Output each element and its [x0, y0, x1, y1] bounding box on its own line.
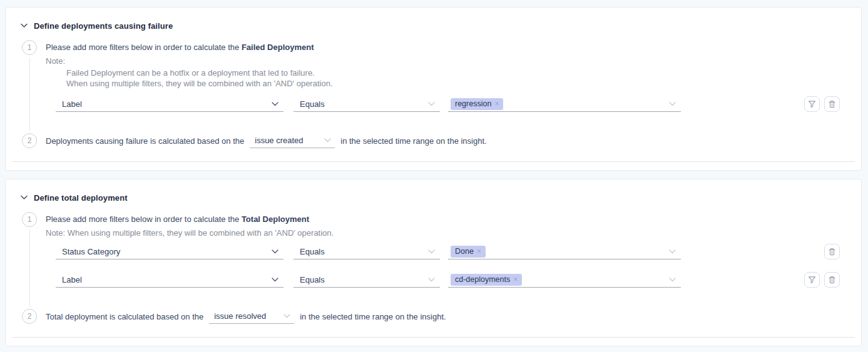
field-select[interactable]: Status Category	[56, 244, 283, 259]
field-select-value: Label	[62, 275, 272, 284]
value-tag-label: Done	[455, 246, 474, 258]
funnel-icon	[808, 276, 816, 284]
chevron-down-icon	[272, 249, 278, 254]
step-instruction: Please add more filters below in order t…	[46, 43, 861, 52]
value-tag: Done ×	[451, 246, 486, 258]
funnel-icon	[808, 100, 816, 108]
delete-filter-button[interactable]	[824, 244, 840, 259]
operator-select[interactable]: Equals	[294, 244, 440, 259]
remove-tag-icon[interactable]: ×	[513, 274, 518, 286]
instruction-metric-name: Total Deployment	[242, 214, 309, 224]
panel-title: Define total deployment	[34, 193, 128, 203]
remove-tag-icon[interactable]: ×	[477, 246, 481, 258]
define-total-deployment-panel: Define total deployment 1 Please add mor…	[5, 179, 862, 346]
instruction-text: Please add more filters below in order t…	[46, 214, 242, 224]
chevron-down-icon	[428, 278, 435, 282]
trash-icon	[828, 276, 836, 284]
chevron-down-icon	[669, 278, 676, 282]
calc-basis-text-before: Deployments causing failure is calculate…	[46, 136, 244, 146]
values-select[interactable]: cd-deployments ×	[448, 272, 681, 288]
define-deployments-causing-failure-panel: Define deployments causing failure 1 Ple…	[5, 7, 862, 171]
step-number-badge: 1	[22, 40, 37, 55]
calc-basis-select-value: issue resolved	[214, 311, 283, 321]
row-actions	[804, 272, 840, 288]
delete-filter-button[interactable]	[824, 96, 840, 112]
chevron-down-icon	[272, 102, 278, 106]
value-tag-label: regression	[455, 98, 491, 110]
operator-select-value: Equals	[300, 275, 428, 284]
field-select[interactable]: Label	[56, 272, 283, 288]
chevron-down-icon	[324, 138, 331, 143]
trash-icon	[828, 100, 836, 108]
collapse-chevron-icon[interactable]	[21, 23, 28, 28]
values-select[interactable]: regression ×	[448, 96, 681, 112]
step-2: 2 Deployments causing failure is calcula…	[6, 133, 861, 148]
operator-select-value: Equals	[300, 99, 428, 109]
filter-row: Label Equals regression ×	[56, 96, 840, 112]
stepper-connector	[29, 229, 30, 306]
panel-footer-divider	[12, 161, 855, 162]
stepper-connector	[29, 58, 30, 131]
stepper-rail: 1	[22, 212, 37, 306]
calc-basis-select[interactable]: issue resolved	[209, 309, 294, 324]
filter-options-button[interactable]	[804, 96, 820, 112]
chevron-down-icon	[272, 278, 278, 282]
chevron-down-icon	[669, 249, 676, 254]
note-text: Note: When using multiple filters, they …	[46, 229, 861, 237]
row-actions	[824, 244, 840, 259]
chevron-down-icon	[428, 249, 435, 254]
note-label: Note:	[46, 57, 861, 65]
step-instruction: Please add more filters below in order t…	[46, 215, 861, 224]
instruction-text: Please add more filters below in order t…	[46, 43, 242, 52]
calc-basis-select[interactable]: issue created	[250, 134, 335, 148]
trash-icon	[828, 248, 836, 256]
stepper-rail: 2	[22, 309, 37, 324]
step-number-badge: 1	[22, 212, 37, 227]
step-1: 1 Please add more filters below in order…	[6, 40, 861, 131]
note-line: When using multiple filters, they will b…	[66, 78, 861, 89]
panel-header[interactable]: Define total deployment	[6, 179, 861, 202]
chevron-down-icon	[669, 102, 676, 106]
value-tag: regression ×	[451, 98, 503, 110]
value-tag-label: cd-deployments	[455, 274, 510, 286]
field-select[interactable]: Label	[56, 96, 283, 112]
panel-header[interactable]: Define deployments causing failure	[6, 8, 861, 30]
step-2: 2 Total deployment is calculated based o…	[6, 309, 861, 324]
collapse-chevron-icon[interactable]	[21, 195, 28, 200]
row-actions	[804, 96, 840, 112]
field-select-value: Label	[62, 99, 272, 109]
delete-filter-button[interactable]	[824, 272, 840, 288]
instruction-metric-name: Failed Deployment	[242, 43, 314, 52]
remove-tag-icon[interactable]: ×	[494, 98, 499, 110]
note-lines: Failed Deployment can be a hotfix or a d…	[66, 68, 861, 89]
operator-select[interactable]: Equals	[294, 96, 440, 112]
calc-basis-text-after: in the selected time range on the insigh…	[300, 312, 446, 321]
calc-basis-text-after: in the selected time range on the insigh…	[340, 136, 486, 146]
stepper-rail: 1	[22, 40, 37, 131]
step-number-badge: 2	[22, 309, 37, 324]
calc-basis-text-before: Total deployment is calculated based on …	[46, 312, 203, 321]
calc-basis-select-value: issue created	[255, 136, 324, 145]
field-select-value: Status Category	[62, 247, 272, 256]
note-line: Failed Deployment can be a hotfix or a d…	[66, 68, 861, 78]
values-select[interactable]: Done ×	[448, 244, 681, 259]
operator-select-value: Equals	[300, 247, 428, 256]
panel-title: Define deployments causing failure	[34, 21, 173, 31]
chevron-down-icon	[283, 314, 290, 318]
chevron-down-icon	[428, 102, 435, 106]
filter-row: Status Category Equals Done ×	[56, 244, 840, 259]
step-number-badge: 2	[22, 133, 37, 148]
filter-row: Label Equals cd-deployments ×	[56, 272, 840, 288]
filter-options-button[interactable]	[804, 272, 820, 288]
stepper-rail: 2	[22, 133, 37, 148]
step-1: 1 Please add more filters below in order…	[6, 212, 861, 306]
operator-select[interactable]: Equals	[294, 272, 440, 288]
panel-footer-divider	[12, 337, 855, 338]
value-tag: cd-deployments ×	[451, 274, 522, 286]
